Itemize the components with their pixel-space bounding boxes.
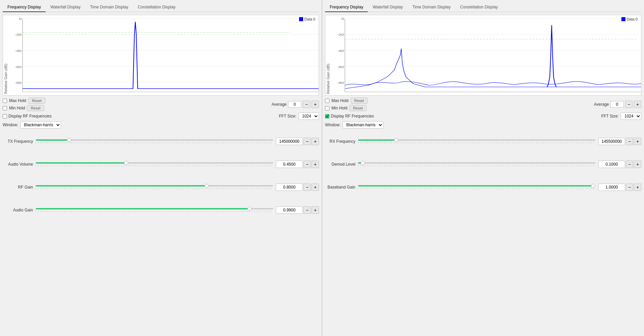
left-max-hold-reset[interactable]: Reset (28, 98, 46, 104)
demod-level-input[interactable] (598, 161, 625, 168)
left-chart-container: Relative Gain (dB) 0 -20 -40 -60 -80 (3, 15, 319, 96)
audio-gain-decrement[interactable]: − (303, 206, 311, 214)
right-min-hold-reset[interactable]: Reset (349, 105, 367, 111)
baseband-gain-slider-wrapper: (function() { var ticks = document.curre… (358, 182, 595, 192)
left-tab-waterfall[interactable]: Waterfall Display (46, 3, 85, 12)
left-average-decrement[interactable]: − (303, 101, 310, 108)
right-max-hold-reset[interactable]: Reset (351, 98, 368, 104)
right-min-hold-label: Min Hold (331, 106, 347, 110)
tx-frequency-increment[interactable]: + (312, 138, 319, 145)
right-display-rf-checkbox[interactable] (325, 114, 329, 119)
rx-frequency-section: RX Frequency (function() { var ticks = d… (325, 137, 641, 152)
right-tab-constellation[interactable]: Constellation Display (456, 3, 503, 12)
right-average-input[interactable] (610, 101, 624, 108)
demod-level-row: Demod Level (function() { var ticks = do… (325, 160, 641, 169)
left-average-input[interactable] (288, 101, 301, 108)
right-display-rf-label[interactable]: Display RF Frequencies (325, 114, 374, 119)
left-max-hold-row: Max Hold Reset (3, 98, 45, 104)
baseband-gain-decrement[interactable]: − (626, 183, 633, 191)
left-display-rf-label[interactable]: Display RF Frequencies (3, 114, 52, 119)
svg-text:-80: -80 (15, 81, 22, 85)
audio-volume-input[interactable] (276, 161, 303, 168)
right-tab-time[interactable]: Time Domain Display (408, 3, 456, 12)
left-fft-label: FFT Size: (279, 114, 296, 119)
audio-gain-fill (36, 208, 250, 209)
right-average-control: Average − + (594, 101, 641, 108)
rf-gain-input[interactable] (276, 183, 303, 191)
right-fft-select[interactable]: 1024 512 2048 4096 (621, 112, 641, 120)
demod-level-label: Demod Level (325, 162, 355, 167)
demod-level-ticks: (function() { var ticks = document.curre… (358, 164, 595, 166)
rf-gain-row: RF Gain (function() { var ticks = docume… (3, 182, 319, 192)
left-tab-time[interactable]: Time Domain Display (85, 3, 133, 12)
rf-gain-section: RF Gain (function() { var ticks = docume… (3, 182, 319, 198)
demod-level-increment[interactable]: + (634, 161, 641, 168)
rf-gain-decrement[interactable]: − (303, 183, 311, 191)
audio-volume-slider-wrapper: (function() { var ticks = document.curre… (36, 160, 273, 169)
right-max-hold-row: Max Hold Reset (325, 98, 368, 104)
rf-gain-thumb[interactable] (205, 184, 209, 188)
right-min-hold-checkbox[interactable] (325, 106, 329, 110)
audio-volume-decrement[interactable]: − (303, 161, 311, 168)
svg-text:-20: -20 (337, 33, 344, 36)
left-min-hold-checkbox[interactable] (3, 106, 7, 110)
audio-volume-increment[interactable]: + (312, 161, 319, 168)
baseband-gain-increment[interactable]: + (634, 183, 641, 191)
rx-frequency-input[interactable] (598, 138, 625, 145)
left-window-select[interactable]: Blackman-harris Hamming Hann Rectangle (20, 121, 61, 129)
left-hold-controls: Max Hold Reset Min Hold Reset (3, 98, 45, 111)
tx-frequency-ticks: (function() { var ticks = document.curre… (36, 141, 273, 143)
demod-level-slider-wrapper: (function() { var ticks = document.curre… (358, 160, 595, 169)
left-average-control: Average − + (272, 101, 319, 108)
right-chart-area: 0 -20 -40 -60 -80 (331, 15, 641, 95)
right-y-axis-label: Relative Gain (dB) (325, 15, 331, 95)
right-tab-frequency[interactable]: Frequency Display (325, 3, 368, 12)
tx-frequency-input[interactable] (276, 138, 303, 145)
right-max-hold-checkbox[interactable] (325, 99, 329, 103)
rf-gain-increment[interactable]: + (312, 183, 319, 191)
right-average-decrement[interactable]: − (625, 101, 633, 108)
demod-level-decrement[interactable]: − (626, 161, 633, 168)
left-tab-constellation[interactable]: Constellation Display (133, 3, 180, 12)
audio-gain-increment[interactable]: + (312, 206, 319, 214)
left-fft-select[interactable]: 1024 512 2048 4096 (298, 112, 319, 120)
baseband-gain-row: Baseband Gain (function() { var ticks = … (325, 182, 641, 192)
left-window-row: Window: Blackman-harris Hamming Hann Rec… (3, 121, 319, 129)
audio-gain-slider-wrapper: (function() { var ticks = document.curre… (36, 205, 273, 215)
left-max-hold-checkbox[interactable] (3, 99, 7, 103)
rx-frequency-thumb[interactable] (394, 138, 398, 142)
left-min-hold-reset[interactable]: Reset (27, 105, 44, 111)
audio-gain-track (36, 208, 273, 209)
right-average-increment[interactable]: + (634, 101, 641, 108)
audio-volume-thumb[interactable] (124, 161, 128, 165)
svg-text:-40: -40 (337, 49, 344, 53)
audio-gain-thumb[interactable] (247, 207, 252, 211)
left-max-hold-label: Max Hold (9, 98, 26, 103)
rf-gain-track (36, 185, 273, 187)
left-options-row: Display RF Frequencies FFT Size: 1024 51… (3, 112, 319, 120)
left-display-rf-checkbox[interactable] (3, 114, 7, 119)
left-panel: Frequency Display Waterfall Display Time… (0, 0, 322, 336)
left-y-axis-label: Relative Gain (dB) (3, 15, 8, 95)
tx-frequency-decrement[interactable]: − (303, 138, 311, 145)
right-tab-waterfall[interactable]: Waterfall Display (368, 3, 408, 12)
right-chart-legend: Data 0 (621, 17, 638, 21)
demod-level-section: Demod Level (function() { var ticks = do… (325, 160, 641, 175)
rx-frequency-decrement[interactable]: − (626, 138, 633, 145)
tx-frequency-thumb[interactable] (67, 138, 71, 142)
baseband-gain-thumb[interactable] (591, 184, 595, 188)
rx-frequency-increment[interactable]: + (634, 138, 641, 145)
left-tab-frequency[interactable]: Frequency Display (3, 3, 46, 12)
rx-frequency-track (358, 139, 595, 141)
audio-gain-input[interactable] (276, 206, 303, 214)
baseband-gain-track (358, 185, 595, 187)
left-legend-label: Data 0 (304, 17, 315, 21)
svg-text:0: 0 (19, 17, 22, 21)
baseband-gain-value-control: − + (598, 183, 641, 191)
right-window-select[interactable]: Blackman-harris Hamming Hann Rectangle (343, 121, 383, 129)
baseband-gain-input[interactable] (598, 183, 625, 191)
left-average-increment[interactable]: + (312, 101, 319, 108)
demod-level-thumb[interactable] (361, 161, 365, 165)
audio-volume-ticks: (function() { var ticks = document.curre… (36, 164, 273, 166)
rf-gain-slider-wrapper: (function() { var ticks = document.curre… (36, 182, 273, 192)
